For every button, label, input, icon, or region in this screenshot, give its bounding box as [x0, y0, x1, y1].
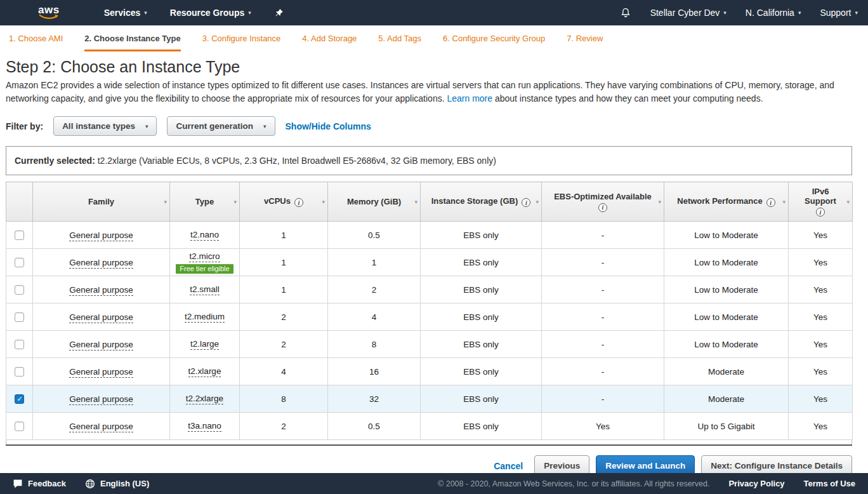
page-description: Amazon EC2 provides a wide selection of … — [6, 79, 862, 105]
step-tab-configure-security-group[interactable]: 6. Configure Security Group — [443, 25, 545, 51]
cancel-button[interactable]: Cancel — [494, 461, 523, 471]
aws-logo[interactable]: aws — [38, 6, 60, 20]
instance-row[interactable]: General purpose t2.large 2 8 EBS only - … — [6, 331, 853, 358]
services-menu[interactable]: Services ▾ — [104, 8, 147, 18]
family-value[interactable]: General purpose — [69, 394, 133, 405]
col-header-type[interactable]: Type ▾ — [170, 182, 240, 222]
notifications-button[interactable] — [620, 7, 631, 18]
family-value[interactable]: General purpose — [69, 340, 133, 350]
generation-filter-dropdown[interactable]: Current generation ▾ — [167, 116, 275, 136]
instance-row[interactable]: General purpose t2.micro Free tier eligi… — [6, 249, 853, 276]
info-icon[interactable]: i — [522, 198, 530, 207]
type-value[interactable]: t2.nano — [190, 230, 219, 241]
storage-cell: EBS only — [421, 413, 542, 440]
aws-logo-text: aws — [38, 6, 60, 14]
col-header-network-label: Network Performance — [677, 196, 762, 206]
family-value[interactable]: General purpose — [69, 258, 133, 269]
row-select-checkbox[interactable] — [15, 367, 24, 377]
step-tab-choose-instance-type[interactable]: 2. Choose Instance Type — [84, 25, 180, 51]
instance-row[interactable]: General purpose t2.2xlarge 8 32 EBS only… — [6, 385, 853, 413]
page-footer: Feedback English (US) © 2008 - 2020, Ama… — [0, 473, 868, 494]
family-value[interactable]: General purpose — [69, 285, 133, 296]
pin-shortcut-button[interactable] — [274, 8, 284, 18]
show-hide-columns-link[interactable]: Show/Hide Columns — [286, 121, 371, 131]
step-tab-configure-instance[interactable]: 3. Configure Instance — [202, 25, 281, 51]
ebs-optimized-cell: - — [542, 249, 664, 276]
instance-row[interactable]: General purpose t2.small 1 2 EBS only - … — [6, 276, 853, 304]
instance-row[interactable]: General purpose t3a.nano 2 0.5 EBS only … — [6, 413, 853, 440]
instance-type-filter-dropdown[interactable]: All instance types ▾ — [53, 116, 157, 136]
sort-caret-icon[interactable]: ▾ — [846, 199, 850, 205]
checkbox-cell — [6, 222, 33, 249]
row-select-checkbox[interactable] — [15, 340, 24, 349]
terms-of-use-link[interactable]: Terms of Use — [804, 479, 855, 488]
col-header-vcpus[interactable]: vCPUsi ▾ — [240, 182, 328, 222]
type-value[interactable]: t2.2xlarge — [186, 394, 223, 404]
sort-caret-icon[interactable]: ▾ — [414, 199, 418, 205]
row-select-checkbox[interactable] — [15, 258, 24, 267]
type-value[interactable]: t2.large — [190, 339, 219, 350]
copyright-text: © 2008 - 2020, Amazon Web Services, Inc.… — [438, 479, 709, 488]
instance-row[interactable]: General purpose t2.medium 2 4 EBS only -… — [6, 304, 853, 331]
type-value[interactable]: t2.micro — [189, 251, 220, 262]
vcpus-cell: 2 — [240, 304, 328, 331]
row-select-checkbox[interactable] — [15, 230, 24, 240]
privacy-policy-link[interactable]: Privacy Policy — [728, 479, 784, 488]
sort-caret-icon[interactable]: ▾ — [782, 199, 786, 205]
family-value[interactable]: General purpose — [69, 422, 133, 432]
instance-table-body: General purpose t2.nano 1 0.5 EBS only -… — [6, 222, 853, 440]
instance-row[interactable]: General purpose t2.xlarge 4 16 EBS only … — [6, 358, 853, 385]
filter-by-label: Filter by: — [6, 121, 43, 131]
col-header-ipv6[interactable]: IPv6 Support i ▾ — [789, 182, 853, 222]
wizard-step-tabs: 1. Choose AMI 2. Choose Instance Type 3.… — [0, 25, 868, 51]
sort-caret-icon[interactable]: ▾ — [536, 199, 539, 205]
type-value[interactable]: t3a.nano — [188, 421, 221, 432]
sort-caret-icon[interactable]: ▾ — [164, 199, 167, 205]
memory-cell: 4 — [328, 304, 421, 331]
col-header-storage[interactable]: Instance Storage (GB)i ▾ — [421, 182, 542, 222]
language-selector[interactable]: English (US) — [85, 479, 149, 489]
info-icon[interactable]: i — [598, 203, 607, 212]
type-value[interactable]: t2.small — [190, 284, 220, 295]
network-performance-cell: Moderate — [664, 358, 789, 385]
col-header-ebs-optimized[interactable]: EBS-Optimized Available i ▾ — [542, 182, 664, 222]
ipv6-support-cell: Yes — [789, 413, 853, 440]
col-header-network[interactable]: Network Performancei ▾ — [664, 182, 789, 222]
col-header-ipv6-label: IPv6 Support — [797, 187, 844, 206]
family-value[interactable]: General purpose — [69, 367, 133, 378]
feedback-button[interactable]: Feedback — [13, 479, 66, 489]
resource-groups-menu[interactable]: Resource Groups ▾ — [170, 8, 251, 18]
vcpus-cell: 1 — [240, 222, 328, 249]
type-cell: t2.xlarge — [170, 358, 240, 385]
info-icon[interactable]: i — [294, 198, 303, 207]
info-icon[interactable]: i — [766, 198, 775, 207]
step-tab-choose-ami[interactable]: 1. Choose AMI — [9, 25, 63, 51]
family-value[interactable]: General purpose — [69, 312, 133, 323]
learn-more-link[interactable]: Learn more — [447, 93, 492, 103]
ebs-optimized-cell: - — [542, 358, 664, 385]
row-select-checkbox[interactable] — [15, 394, 24, 404]
row-select-checkbox[interactable] — [15, 285, 24, 295]
step-tab-review[interactable]: 7. Review — [567, 25, 603, 51]
col-header-memory[interactable]: Memory (GiB) ▾ — [328, 182, 421, 222]
sort-caret-icon[interactable]: ▾ — [233, 199, 237, 205]
region-menu[interactable]: N. California ▾ — [746, 8, 801, 18]
account-menu[interactable]: Stellar Cyber Dev ▾ — [650, 8, 727, 18]
chevron-down-icon: ▾ — [723, 10, 727, 16]
sort-caret-icon[interactable]: ▾ — [322, 199, 325, 205]
step-tab-add-tags[interactable]: 5. Add Tags — [378, 25, 421, 51]
info-icon[interactable]: i — [816, 208, 825, 217]
family-value[interactable]: General purpose — [69, 230, 133, 241]
instance-row[interactable]: General purpose t2.nano 1 0.5 EBS only -… — [6, 222, 853, 249]
type-value[interactable]: t2.medium — [185, 312, 225, 323]
row-select-checkbox[interactable] — [15, 422, 24, 431]
col-header-family[interactable]: Family ▾ — [33, 182, 170, 222]
step-tab-add-storage[interactable]: 4. Add Storage — [302, 25, 357, 51]
row-select-checkbox[interactable] — [15, 312, 24, 322]
col-header-ebs-label: EBS-Optimized Available — [554, 192, 652, 201]
sort-caret-icon[interactable]: ▾ — [658, 199, 661, 205]
type-value[interactable]: t2.xlarge — [188, 366, 221, 377]
description-text-tail: about instance types and how they can me… — [495, 93, 763, 103]
currently-selected-label: Currently selected: — [15, 156, 95, 166]
support-menu[interactable]: Support ▾ — [820, 8, 858, 18]
